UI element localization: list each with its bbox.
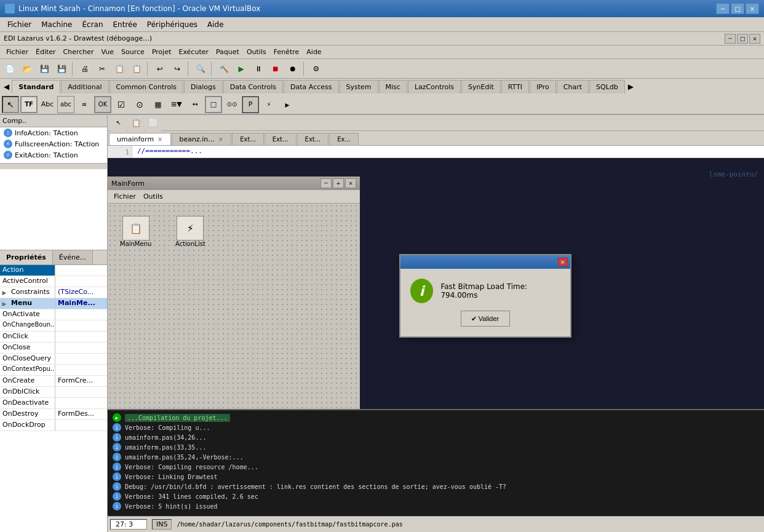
palette-tab-sqldb[interactable]: SQLdb	[589, 80, 625, 93]
palette-scroll-left[interactable]: ◀	[1, 81, 12, 92]
palette-tab-data-access[interactable]: Data Access	[284, 80, 338, 93]
prop-row-onclick[interactable]: OnClick	[0, 332, 107, 343]
prop-value-onclose[interactable]	[55, 343, 107, 353]
prop-value-constraints[interactable]: (TSizeCo...	[55, 287, 107, 298]
form-designer-canvas[interactable]: 📋 MainMenu ⚡ ActionList	[108, 204, 360, 409]
prop-row-menu[interactable]: ▶ Menu MainMe...	[0, 298, 107, 309]
vbox-menu-ecran[interactable]: Écran	[77, 19, 108, 30]
toolbar-paste-button[interactable]: 📋	[129, 61, 145, 77]
comp-tlistbox[interactable]: ▦	[149, 96, 167, 113]
prop-row-ondockdrop[interactable]: OnDockDrop	[0, 420, 107, 431]
comp-tradiobutton[interactable]: ⊙	[131, 96, 148, 113]
laz-close-button[interactable]: ×	[749, 34, 760, 44]
editor-tab-extra4[interactable]: Ex...	[329, 133, 359, 145]
toolbar-copy-button[interactable]: 📋	[111, 61, 127, 77]
prop-row-constraints[interactable]: ▶ Constraints (TSizeCo...	[0, 287, 107, 298]
dialog-close-button[interactable]: ×	[558, 258, 568, 266]
prop-value-onactivate[interactable]	[55, 309, 107, 320]
prop-row-action[interactable]: Action	[0, 265, 107, 276]
palette-tab-ipro[interactable]: IPro	[530, 80, 556, 93]
prop-value-onchangebound[interactable]	[55, 320, 107, 331]
vbox-menu-entree[interactable]: Entrée	[108, 19, 142, 30]
prop-value-onclosequery[interactable]	[55, 354, 107, 364]
prop-row-ondestroy[interactable]: OnDestroy FormDes...	[0, 409, 107, 420]
object-tree-item-infoaction[interactable]: i InfoAction: TAction	[0, 127, 107, 138]
comp-tradiogroup[interactable]: ⊙⊙	[223, 96, 241, 113]
toolbar-saveall-button[interactable]: 💾	[54, 61, 70, 77]
editor-tab-extra3[interactable]: Ext...	[297, 133, 329, 145]
toolbar-run-button[interactable]: ▶	[233, 61, 249, 77]
palette-tab-additional[interactable]: Additional	[61, 80, 108, 93]
prop-row-onchangebound[interactable]: OnChangeBoun...	[0, 320, 107, 332]
palette-tab-synedit[interactable]: SynEdit	[461, 80, 501, 93]
object-tree-item-fullscreen[interactable]: ⚡ FullscreenAction: TAction	[0, 138, 107, 149]
mainform-maximize-button[interactable]: +	[333, 178, 344, 188]
palette-tab-system[interactable]: System	[340, 80, 378, 93]
palette-tab-standard[interactable]: Standard	[12, 80, 60, 93]
toolbar-save-button[interactable]: 💾	[36, 61, 52, 77]
palette-scroll-right[interactable]: ▶	[626, 81, 636, 92]
prop-value-oncreate[interactable]: FormCre...	[55, 376, 107, 386]
edit-toolbar-btn2[interactable]: 📋	[128, 115, 144, 131]
comp-tpanel[interactable]: P	[242, 96, 259, 113]
palette-tab-rtti[interactable]: RTTI	[501, 80, 529, 93]
comp-tframe[interactable]: TF	[20, 96, 38, 113]
constraints-expand-icon[interactable]: ▶	[0, 287, 9, 298]
edit-toolbar-btn1[interactable]: ↖	[111, 115, 127, 131]
vbox-menu-aide[interactable]: Aide	[202, 19, 229, 30]
editor-tab-close-beanz[interactable]: ×	[218, 136, 223, 143]
toolbar-stop-button[interactable]: ⏹	[268, 61, 284, 77]
comp-tbutton[interactable]: OK	[94, 96, 111, 113]
editor-tab-beanz[interactable]: beanz.in... ×	[172, 133, 232, 145]
tab-properties[interactable]: Propriétés	[0, 250, 53, 264]
vbox-close-button[interactable]: ×	[746, 3, 759, 14]
vbox-menu-fichier[interactable]: Fichier	[2, 19, 36, 30]
prop-value-ondestroy[interactable]: FormDes...	[55, 409, 107, 419]
laz-menu-projet[interactable]: Projet	[148, 47, 175, 57]
prop-row-oncreate[interactable]: OnCreate FormCre...	[0, 376, 107, 387]
comp-tmemo[interactable]: ≡	[76, 96, 93, 113]
tab-events[interactable]: Événe...	[53, 250, 93, 264]
toolbar-cut-button[interactable]: ✂	[94, 61, 110, 77]
prop-value-activecontrol[interactable]	[55, 276, 107, 287]
actionlist-component[interactable]: ⚡ ActionList	[175, 216, 205, 247]
laz-restore-button[interactable]: □	[737, 34, 748, 44]
laz-menu-outils[interactable]: Outils	[243, 47, 270, 57]
prop-row-onclosequery[interactable]: OnCloseQuery	[0, 354, 107, 365]
editor-tab-umainform[interactable]: umainform ×	[109, 133, 171, 145]
toolbar-step-button[interactable]: ⏺	[285, 61, 301, 77]
object-tree-item-exit[interactable]: ⚡ ExitAction: TAction	[0, 149, 107, 161]
toolbar-pause-button[interactable]: ⏸	[250, 61, 266, 77]
comp-tlabel[interactable]: Abc	[39, 96, 56, 113]
toolbar-undo-button[interactable]: ↩	[152, 61, 168, 77]
prop-row-ondeactivate[interactable]: OnDeactivate	[0, 398, 107, 409]
mainform-minimize-button[interactable]: ─	[320, 178, 332, 188]
palette-tab-misc[interactable]: Misc	[379, 80, 407, 93]
laz-menu-aide[interactable]: Aide	[303, 47, 325, 57]
comp-tactionlist[interactable]: ⚡	[260, 96, 277, 113]
laz-menu-fichier[interactable]: Fichier	[2, 47, 32, 57]
menu-expand-icon[interactable]: ▶	[0, 298, 9, 309]
prop-value-ondeactivate[interactable]	[55, 398, 107, 408]
toolbar-open-button[interactable]: 📂	[19, 61, 35, 77]
prop-row-oncontextpopup[interactable]: OnContextPopu...	[0, 365, 107, 376]
laz-menu-source[interactable]: Source	[117, 47, 148, 57]
palette-tab-chart[interactable]: Chart	[557, 80, 589, 93]
palette-tab-common-controls[interactable]: Common Controls	[109, 80, 184, 93]
laz-menu-executer[interactable]: Exécuter	[175, 47, 212, 57]
laz-menu-paquet[interactable]: Paquet	[212, 47, 243, 57]
prop-value-oncontextpopup[interactable]	[55, 365, 107, 375]
toolbar-redo-button[interactable]: ↪	[169, 61, 185, 77]
comp-tedit[interactable]: abc	[57, 96, 74, 113]
prop-value-onclick[interactable]	[55, 332, 107, 342]
comp-tcheckbox[interactable]: ☑	[113, 96, 130, 113]
mainmenu-component[interactable]: 📋 MainMenu	[120, 216, 151, 247]
prop-row-ondblclick[interactable]: OnDblClick	[0, 387, 107, 398]
prop-value-ondockdrop[interactable]	[55, 420, 107, 431]
prop-value-menu[interactable]: MainMe...	[55, 298, 107, 309]
comp-tcombobox[interactable]: ⊞▼	[168, 96, 185, 113]
mainform-menu-outils[interactable]: Outils	[140, 192, 167, 201]
laz-menu-editer[interactable]: Éditer	[32, 47, 60, 57]
laz-menu-vue[interactable]: Vue	[98, 47, 118, 57]
palette-tab-data-controls[interactable]: Data Controls	[223, 80, 283, 93]
